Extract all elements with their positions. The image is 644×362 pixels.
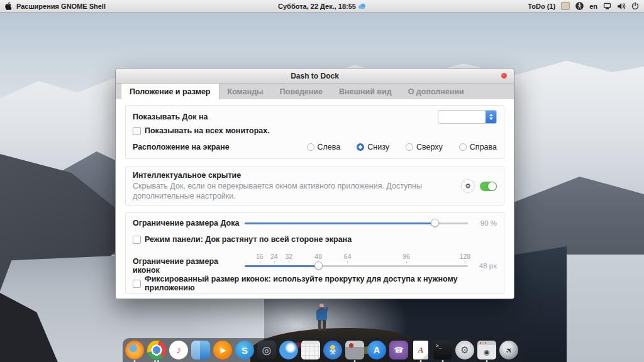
panel-mode-checkbox[interactable] [133, 236, 141, 244]
dock-icon-settings[interactable]: ⚙ [455, 341, 474, 359]
dash-to-dock-settings-window: Dash to Dock Положение и размер Команды … [115, 68, 514, 299]
size-card: Ограничение размера Дока 90 % Режим пане… [125, 212, 504, 294]
todo-indicator[interactable]: ToDo (1) [528, 3, 555, 10]
person-leg [318, 320, 321, 331]
radio-left[interactable]: Слева [307, 143, 341, 151]
monitor-dropdown-value [438, 111, 486, 123]
dock-icon-steering-wheel[interactable]: ◎ [257, 341, 276, 359]
smart-hide-title: Интеллектуальное скрытие [133, 171, 455, 180]
dock-icon-media-player[interactable]: ▶ [213, 341, 232, 359]
tab-appearance[interactable]: Внешний вид [331, 84, 400, 99]
screen-position-label: Расположение на экране [133, 143, 230, 151]
dock-icon-screenshot[interactable]: ◉ [477, 341, 496, 359]
accessibility-icon[interactable] [575, 2, 584, 10]
fixed-icon-size-checkbox[interactable] [133, 280, 141, 288]
clock-label[interactable]: Суббота, 22 Дек., 18:55 [278, 3, 356, 10]
window-title: Dash to Dock [291, 72, 339, 80]
smart-hide-toggle[interactable] [480, 182, 497, 191]
radio-right[interactable]: Справа [459, 143, 497, 151]
dock-icon-music[interactable]: ♪ [169, 341, 188, 359]
tab-about[interactable]: О дополнении [400, 84, 472, 99]
dock-icon-launchpad[interactable]: ✈ [499, 341, 518, 359]
tray-app-icon[interactable] [561, 2, 570, 10]
icon-size-label: Ограничение размера иконок [133, 257, 245, 275]
icon-size-ticks: 16 24 32 48 64 96 128 [245, 253, 468, 261]
panel-mode-label: Режим панели: Док растянут по всей сторо… [145, 235, 352, 244]
dock-icon-text-document[interactable]: A [413, 341, 428, 359]
dock-size-value: 90 % [468, 219, 497, 227]
smart-hide-options-button[interactable]: ⚙ [461, 179, 475, 193]
dock-size-slider[interactable] [245, 218, 468, 228]
radio-top[interactable]: Сверху [406, 143, 443, 151]
power-icon[interactable] [631, 2, 639, 10]
tab-behavior[interactable]: Поведение [272, 84, 331, 99]
show-dock-label: Показывать Док на [133, 112, 208, 121]
position-card: Показывать Док на Показывать на всех мон… [125, 105, 504, 159]
keyboard-layout-indicator[interactable]: en [589, 3, 597, 10]
network-icon[interactable] [603, 3, 611, 10]
dock-icon-tools[interactable]: ⚒ [323, 341, 342, 359]
gear-icon: ⚙ [465, 182, 471, 190]
dock-icon-chrome[interactable] [147, 341, 166, 359]
close-button[interactable] [501, 73, 507, 79]
fixed-icon-size-label: Фиксированный размер иконок: используйте… [145, 275, 497, 292]
dock-icon-viber[interactable]: ☎ [389, 341, 408, 359]
dock-size-slider-handle[interactable] [431, 219, 439, 227]
smart-hide-description: Скрывать Док, если он перекрывается окно… [133, 181, 455, 201]
dialog-body: Показывать Док на Показывать на всех мон… [116, 99, 514, 299]
smart-hide-card: Интеллектуальное скрытие Скрывать Док, е… [125, 167, 504, 206]
weather-icon [358, 3, 366, 9]
dock-icon-skype[interactable]: S [235, 341, 254, 359]
dock-icon-calendar[interactable] [301, 341, 320, 359]
radio-bottom[interactable]: Снизу [357, 143, 389, 151]
dock-icon-app-store[interactable]: A [367, 341, 386, 359]
all-monitors-label: Показывать на всех мониторах. [145, 126, 270, 135]
volume-icon[interactable] [617, 3, 626, 10]
app-menu-label[interactable]: Расширения GNOME Shell [16, 3, 106, 10]
dock-icon-terminal[interactable]: >_ [433, 341, 452, 359]
apple-menu-icon[interactable] [5, 2, 12, 10]
dock-icon-browser-eagle[interactable] [279, 341, 298, 359]
tab-bar: Положение и размер Команды Поведение Вне… [116, 84, 514, 100]
position-radio-group: Слева Снизу Сверху Справа [307, 143, 497, 151]
dock-size-label: Ограничение размера Дока [133, 219, 245, 228]
monitor-dropdown[interactable] [438, 110, 497, 124]
window-titlebar[interactable]: Dash to Dock [116, 69, 514, 84]
icon-size-value: 48 px [468, 262, 497, 270]
dock: ♪▶S◎⚒A☎A>_⚙◉✈ [123, 338, 523, 362]
icon-size-slider[interactable]: 16 24 32 48 64 96 128 [245, 261, 468, 271]
dock-icon-firefox[interactable] [125, 341, 144, 359]
tab-commands[interactable]: Команды [219, 84, 272, 99]
top-bar: Расширения GNOME Shell Суббота, 22 Дек.,… [0, 0, 644, 13]
tab-position-size[interactable]: Положение и размер [121, 84, 219, 99]
dock-icon-finder[interactable] [191, 341, 210, 359]
person-arm [325, 307, 329, 313]
icon-size-slider-handle[interactable] [314, 261, 323, 270]
dropdown-spinner-icon[interactable] [486, 111, 496, 123]
all-monitors-checkbox[interactable] [133, 127, 141, 135]
dock-icon-package[interactable] [345, 341, 364, 359]
wallpaper-person [313, 304, 331, 335]
person-leg [323, 320, 326, 331]
